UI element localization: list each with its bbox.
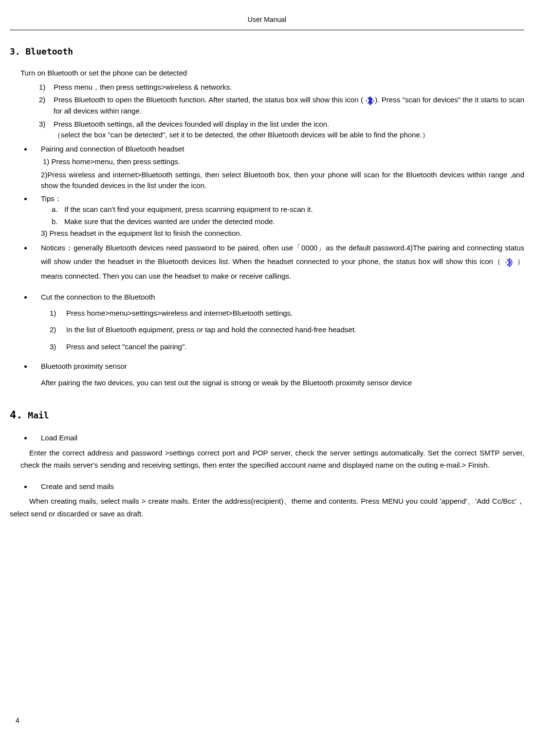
tips-title: Tips： xyxy=(41,194,62,203)
notices-part1: Notices：generally Bluetooth devices need… xyxy=(41,244,524,266)
svg-point-0 xyxy=(506,262,507,264)
bullet-notices: Notices：generally Bluetooth devices need… xyxy=(32,241,524,283)
bullet-pairing: Pairing and connection of Bluetooth head… xyxy=(32,144,524,191)
create-title: Create and send mails xyxy=(41,482,114,491)
bullet-create-mails: Create and send mails xyxy=(32,481,524,492)
step-3-note: （select the box "can be detected", set i… xyxy=(54,130,524,141)
bullet-proximity: Bluetooth proximity sensor After pairing… xyxy=(32,361,524,390)
tips-letters: a. If the scan can't find your equipment… xyxy=(52,204,524,227)
tip-a-body: If the scan can't find your equipment, p… xyxy=(64,204,313,215)
step-number: 3) xyxy=(50,341,66,353)
svg-point-1 xyxy=(512,262,513,264)
load-body: Enter the correct address and password >… xyxy=(20,447,524,472)
bullet-tips: Tips： a. If the scan can't find your equ… xyxy=(32,193,524,239)
pairing-line2: 2)Press wireless and internet>Bluetooth … xyxy=(41,170,524,191)
cut-step-1: 1) Press home>menu>settings>wireless and… xyxy=(50,308,524,319)
cut-step-body: In the list of Bluetooth equipment, pres… xyxy=(66,324,356,336)
pairing-title: Pairing and connection of Bluetooth head… xyxy=(41,145,184,153)
proximity-title: Bluetooth proximity sensor xyxy=(41,362,127,370)
cut-step-body: Press home>menu>settings>wireless and in… xyxy=(66,308,293,319)
cut-step-3: 3) Press and select "cancel the pairing"… xyxy=(50,341,524,353)
step-1: 1) Press menu，then press settings>wirele… xyxy=(39,82,524,93)
cut-title: Cut the connection to the Bluetooth xyxy=(41,293,155,301)
section-4-heading: 4. Mail xyxy=(10,407,524,423)
bullet-cut: Cut the connection to the Bluetooth 1) P… xyxy=(32,292,524,352)
step-number: 1) xyxy=(50,308,66,319)
bluetooth-icon xyxy=(365,95,375,106)
create-body: When creating mails, select mails > crea… xyxy=(10,495,524,520)
step-number: 2) xyxy=(50,324,66,336)
bluetooth-connected-icon xyxy=(504,255,514,269)
section-3-heading: 3. Bluetooth xyxy=(10,45,524,58)
cut-bullets: Cut the connection to the Bluetooth 1) P… xyxy=(10,292,524,352)
mail-load-bullets: Load Email xyxy=(10,433,524,444)
section-title: Bluetooth xyxy=(26,46,74,57)
section-number: 4. xyxy=(10,407,23,423)
section-number: 3. xyxy=(10,45,20,58)
tip-a: a. If the scan can't find your equipment… xyxy=(52,204,524,215)
proximity-body: After pairing the two devices, you can t… xyxy=(41,376,524,390)
step-3: 3) Press Bluetooth settings, all the dev… xyxy=(39,119,524,141)
proximity-bullets: Bluetooth proximity sensor After pairing… xyxy=(10,361,524,390)
page: User Manual 3. Bluetooth Turn on Bluetoo… xyxy=(10,15,524,736)
step-2-text-a: Press Bluetooth to open the Bluetooth fu… xyxy=(54,95,363,104)
tip-b-body: Make sure that the devices wanted are un… xyxy=(64,216,275,227)
step-number: 1) xyxy=(39,82,54,93)
letter-label: b. xyxy=(52,216,64,227)
section-title: Mail xyxy=(28,410,49,420)
step-number: 3) xyxy=(39,119,54,141)
bluetooth-bullets: Pairing and connection of Bluetooth head… xyxy=(10,144,524,283)
page-header: User Manual xyxy=(10,15,524,30)
step-body: Press Bluetooth to open the Bluetooth fu… xyxy=(54,94,524,117)
cut-steps: 1) Press home>menu>settings>wireless and… xyxy=(50,308,524,353)
tip-b: b. Make sure that the devices wanted are… xyxy=(52,216,524,227)
tips-line3: 3) Press headset in the equipment list t… xyxy=(41,228,524,239)
mail-create-bullets: Create and send mails xyxy=(10,481,524,492)
step-2: 2) Press Bluetooth to open the Bluetooth… xyxy=(39,94,524,117)
page-number: 4 xyxy=(16,716,19,726)
cut-step-body: Press and select "cancel the pairing". xyxy=(66,341,186,353)
cut-step-2: 2) In the list of Bluetooth equipment, p… xyxy=(50,324,524,336)
bluetooth-intro: Turn on Bluetooth or set the phone can b… xyxy=(20,68,524,79)
load-title: Load Email xyxy=(41,434,77,442)
pairing-line1: 1) Press home>menu, then press settings. xyxy=(43,156,524,168)
step-number: 2) xyxy=(39,94,54,117)
bluetooth-steps: 1) Press menu，then press settings>wirele… xyxy=(39,82,524,141)
step-body: Press menu，then press settings>wireless … xyxy=(54,82,524,93)
step-3-text-a: Press Bluetooth settings, all the device… xyxy=(54,120,329,128)
step-body: Press Bluetooth settings, all the device… xyxy=(54,119,524,141)
bullet-load-email: Load Email xyxy=(32,433,524,444)
letter-label: a. xyxy=(52,204,64,215)
